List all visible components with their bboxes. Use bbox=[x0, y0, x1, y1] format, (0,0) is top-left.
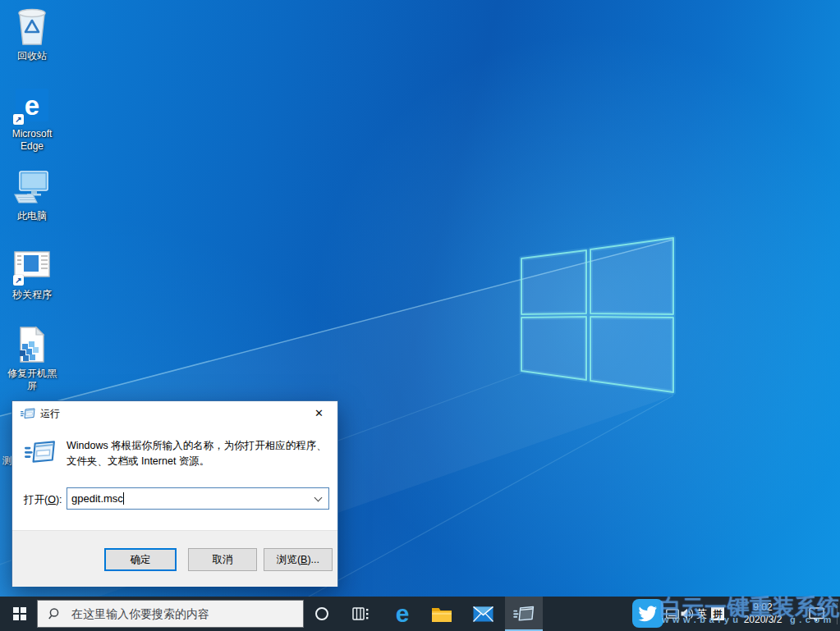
action-center-icon bbox=[809, 607, 824, 621]
edge-icon: e bbox=[396, 601, 410, 626]
desktop-icon-recycle-bin[interactable]: 回收站 bbox=[3, 7, 61, 62]
chevron-down-icon[interactable] bbox=[314, 494, 323, 502]
taskbar: e bbox=[0, 597, 840, 631]
taskbar-run-button-active[interactable] bbox=[505, 597, 543, 631]
desktop-icon-microsoft-edge[interactable]: e ↗ Microsoft Edge bbox=[3, 85, 61, 153]
start-button[interactable] bbox=[0, 597, 39, 631]
run-icon bbox=[25, 440, 56, 464]
taskbar-twitter-button[interactable] bbox=[632, 599, 663, 628]
desktop-icon-label: 秒关程序 bbox=[3, 289, 61, 301]
open-input-value: gpedit.msc bbox=[71, 488, 124, 509]
cortana-icon bbox=[315, 607, 328, 620]
windows-desktop: 回收站 e ↗ Microsoft Edge 此电脑 bbox=[0, 0, 840, 631]
browse-button[interactable]: 浏览(B)... bbox=[264, 548, 333, 571]
mail-icon bbox=[473, 606, 493, 622]
desktop-icon-quick-close-program[interactable]: ↗ 秒关程序 bbox=[3, 245, 61, 301]
desktop-icon-label: 修复开机黑屏 bbox=[3, 368, 61, 392]
dialog-message-line1: Windows 将根据你所输入的名称，为你打开相应的程序、 bbox=[67, 438, 331, 454]
recycle-bin-icon bbox=[3, 7, 61, 48]
text-caret bbox=[123, 492, 124, 505]
tray-date: 2020/3/2 bbox=[744, 614, 783, 626]
tray-clock[interactable]: 9:02 2020/3/2 bbox=[736, 597, 790, 631]
taskbar-mail-button[interactable] bbox=[466, 597, 499, 631]
dialog-title: 运行 bbox=[40, 401, 60, 426]
tray-time: 9:02 bbox=[753, 601, 772, 614]
cancel-button[interactable]: 取消 bbox=[188, 548, 257, 571]
registry-file-icon bbox=[3, 324, 61, 365]
search-input[interactable] bbox=[62, 601, 303, 627]
run-icon bbox=[513, 606, 535, 622]
volume-icon[interactable] bbox=[680, 597, 695, 631]
cortana-button[interactable] bbox=[305, 597, 338, 631]
ime-language-indicator[interactable]: 英 bbox=[695, 597, 709, 631]
touch-keyboard-icon[interactable] bbox=[665, 597, 680, 631]
desktop-icon-fix-black-screen[interactable]: 修复开机黑屏 bbox=[3, 324, 61, 392]
desktop-icon-label: Microsoft Edge bbox=[3, 128, 61, 153]
show-desktop-button[interactable] bbox=[837, 603, 838, 624]
twitter-bird-icon bbox=[638, 606, 658, 622]
dialog-message-line2: 文件夹、文档或 Internet 资源。 bbox=[67, 454, 331, 469]
desktop-icon-this-pc[interactable]: 此电脑 bbox=[3, 167, 61, 222]
search-icon bbox=[48, 607, 62, 620]
run-dialog: 运行 ✕ Windows 将根据你所输入的名称，为你打开相应的程序、 文件夹、文… bbox=[11, 400, 338, 587]
action-center-button[interactable] bbox=[803, 597, 829, 631]
ok-button[interactable]: 确定 bbox=[104, 548, 177, 571]
taskbar-search-box[interactable] bbox=[37, 600, 304, 628]
file-explorer-icon bbox=[431, 606, 452, 623]
shortcut-arrow-icon: ↗ bbox=[13, 114, 24, 125]
task-view-icon bbox=[352, 606, 370, 621]
run-icon bbox=[21, 408, 35, 419]
open-combobox[interactable]: gpedit.msc bbox=[67, 487, 329, 510]
taskbar-edge-button[interactable]: e bbox=[386, 597, 419, 631]
taskbar-file-explorer-button[interactable] bbox=[425, 597, 458, 631]
desktop-icon-label: 回收站 bbox=[3, 50, 61, 62]
program-window-icon: ↗ bbox=[3, 245, 61, 286]
this-pc-icon bbox=[3, 167, 61, 208]
run-dialog-titlebar[interactable]: 运行 ✕ bbox=[12, 401, 337, 426]
close-icon[interactable]: ✕ bbox=[301, 401, 337, 426]
dialog-button-row: 确定 取消 浏览(B)... bbox=[12, 530, 337, 587]
desktop-icon-label: 此电脑 bbox=[3, 210, 61, 222]
edge-icon: e ↗ bbox=[3, 85, 61, 126]
task-view-button[interactable] bbox=[345, 597, 378, 631]
open-field-label: 打开(O): bbox=[24, 493, 62, 507]
windows-logo-icon bbox=[13, 607, 26, 620]
shortcut-arrow-icon: ↗ bbox=[13, 275, 24, 286]
dialog-message: Windows 将根据你所输入的名称，为你打开相应的程序、 文件夹、文档或 In… bbox=[67, 438, 331, 469]
ime-pinyin-indicator[interactable]: 拼 bbox=[710, 597, 725, 631]
